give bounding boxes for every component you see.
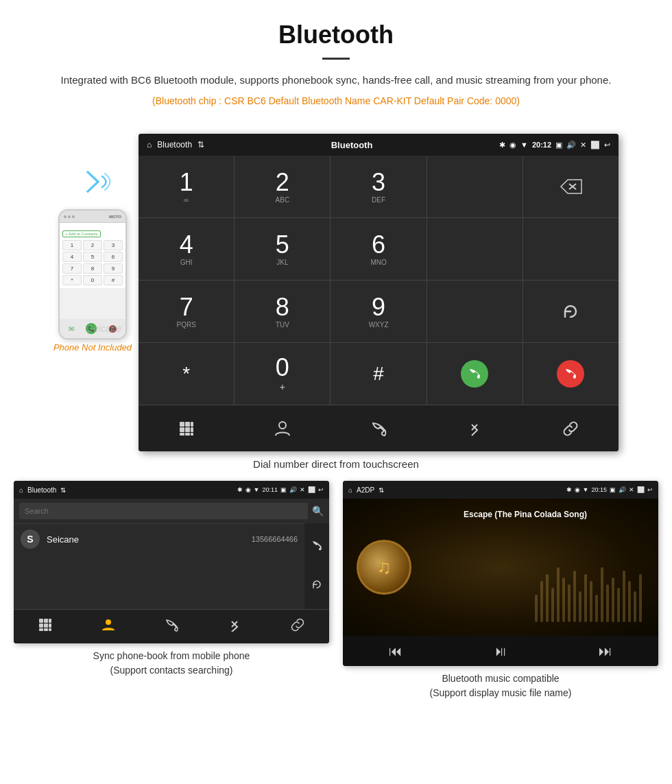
window-icon[interactable]: ⬜ [590, 141, 600, 150]
pb-bottom-nav [14, 609, 329, 643]
key-hash[interactable]: # [331, 343, 426, 405]
music-home-icon[interactable]: ⌂ [348, 486, 352, 494]
key-1[interactable]: 1 [62, 240, 82, 250]
pb-time: 20:11 [262, 486, 278, 493]
svg-rect-22 [49, 628, 51, 631]
home-icon[interactable]: ⌂ [147, 140, 152, 150]
key-star[interactable]: * [62, 275, 82, 285]
svg-rect-26 [546, 574, 549, 622]
key-3[interactable]: 3 [104, 240, 123, 250]
key-9[interactable]: 9 [104, 263, 123, 274]
close-icon[interactable]: ✕ [580, 141, 586, 150]
camera-icon[interactable]: ▣ [555, 141, 562, 150]
key-2[interactable]: 2 ABC [235, 156, 330, 217]
pb-bt-icon: ✱ [237, 486, 243, 493]
key-0[interactable]: 0 + [235, 343, 330, 405]
music-close-icon[interactable]: ✕ [629, 486, 634, 493]
pb-nav-person[interactable] [101, 618, 115, 635]
dial-title: Bluetooth [331, 140, 373, 150]
pb-nav-bt[interactable] [228, 618, 241, 635]
key-2[interactable]: 2 [83, 240, 102, 250]
key-4[interactable]: 4 GHI [139, 218, 234, 280]
nav-link-icon[interactable] [562, 420, 579, 437]
pb-close-icon[interactable]: ✕ [300, 486, 305, 493]
key-5[interactable]: 5 JKL [235, 218, 330, 280]
refresh-key[interactable] [523, 281, 619, 342]
key-4[interactable]: 4 [62, 252, 82, 262]
music-time: 20:15 [591, 486, 607, 493]
key-1[interactable]: 1 ∞ [139, 156, 234, 217]
key-7[interactable]: 7 PQRS [139, 281, 234, 342]
next-track-button[interactable]: ⏭ [599, 643, 612, 659]
music-back-icon[interactable]: ↩ [647, 486, 653, 493]
key-6[interactable]: 6 [104, 252, 123, 262]
prev-track-button[interactable]: ⏮ [389, 643, 403, 659]
phone-top-dots [64, 215, 75, 218]
pb-usb-icon: ⇅ [60, 486, 66, 494]
volume-icon[interactable]: 🔊 [566, 141, 576, 150]
key-0[interactable]: 0 [83, 275, 102, 285]
pb-vol-icon[interactable]: 🔊 [289, 486, 297, 493]
search-icon[interactable]: 🔍 [312, 506, 324, 516]
key-9[interactable]: 9 WXYZ [331, 281, 426, 342]
svg-rect-40 [623, 571, 625, 622]
svg-rect-36 [601, 567, 603, 622]
contact-row-seicane[interactable]: S Seicane 13566664466 [14, 523, 304, 554]
location-icon: ◉ [509, 141, 516, 150]
nav-person-icon[interactable] [274, 420, 291, 437]
pb-nav-link[interactable] [291, 618, 304, 635]
pb-win-icon[interactable]: ⬜ [308, 486, 315, 493]
call-key[interactable] [427, 343, 523, 405]
music-vol-icon[interactable]: 🔊 [619, 486, 626, 493]
nav-phone-icon[interactable] [370, 420, 387, 437]
svg-rect-38 [612, 578, 614, 622]
pb-nav-phone[interactable] [165, 618, 178, 635]
pb-nav-grid[interactable] [38, 618, 52, 635]
pb-back-icon[interactable]: ↩ [318, 486, 324, 493]
music-win-icon[interactable]: ⬜ [637, 486, 645, 493]
svg-rect-17 [39, 623, 43, 628]
back-icon[interactable]: ↩ [604, 141, 610, 150]
svg-rect-5 [191, 422, 193, 427]
music-status-right: ✱ ◉ ▼ 20:15 ▣ 🔊 ✕ ⬜ ↩ [566, 486, 653, 493]
music-cam-icon[interactable]: ▣ [610, 486, 616, 493]
play-pause-button[interactable]: ⏯ [494, 643, 507, 659]
key-star[interactable]: * [139, 343, 234, 405]
key-hash[interactable]: # [104, 275, 123, 285]
bottom-screenshots-area: ⌂ Bluetooth ⇅ ✱ ◉ ▼ 20:11 ▣ 🔊 ✕ ⬜ ↩ [0, 481, 672, 700]
search-input[interactable] [19, 503, 308, 519]
svg-rect-21 [44, 628, 48, 631]
svg-rect-10 [185, 433, 190, 436]
key-7[interactable]: 7 [62, 263, 82, 274]
key-6[interactable]: 6 MNO [331, 218, 426, 280]
music-status-bar: ⌂ A2DP ⇅ ✱ ◉ ▼ 20:15 ▣ 🔊 ✕ ⬜ ↩ [343, 481, 658, 499]
pb-cam-icon[interactable]: ▣ [280, 486, 287, 493]
phone-keypad: 1 2 3 4 5 6 7 8 9 * 0 # [62, 240, 123, 285]
key-8[interactable]: 8 TUV [235, 281, 330, 342]
end-call-key[interactable] [523, 343, 619, 405]
page-title: Bluetooth [27, 21, 645, 49]
svg-rect-24 [535, 595, 538, 622]
main-screenshot-area: MOTO + Add to Contacts 1 2 3 4 5 6 7 8 9 [0, 134, 672, 451]
nav-grid-icon[interactable] [178, 420, 195, 437]
nav-bluetooth-icon[interactable] [466, 420, 483, 437]
svg-rect-30 [568, 584, 571, 622]
keypad-area: 1 ∞ 2 ABC 3 DEF 4 GHI [139, 156, 619, 405]
pb-home-icon[interactable]: ⌂ [19, 486, 23, 494]
svg-rect-3 [180, 422, 184, 427]
key-5[interactable]: 5 [83, 252, 102, 262]
phonebook-caption: Sync phone-book from mobile phone (Suppo… [14, 649, 329, 678]
key-3[interactable]: 3 DEF [331, 156, 426, 217]
svg-rect-25 [540, 581, 543, 622]
pb-call-icon[interactable] [311, 540, 322, 554]
equalizer-visual [535, 554, 645, 636]
contact-number: 13566664466 [252, 535, 298, 543]
pb-status-right: ✱ ◉ ▼ 20:11 ▣ 🔊 ✕ ⬜ ↩ [237, 486, 324, 493]
delete-key[interactable] [523, 156, 619, 217]
svg-rect-39 [617, 588, 620, 622]
key-8[interactable]: 8 [83, 263, 102, 274]
pb-refresh-icon[interactable] [311, 579, 322, 593]
call-icon-green [461, 360, 488, 388]
pb-bt-label: Bluetooth [27, 486, 56, 494]
pb-wifi-icon: ▼ [254, 486, 260, 493]
